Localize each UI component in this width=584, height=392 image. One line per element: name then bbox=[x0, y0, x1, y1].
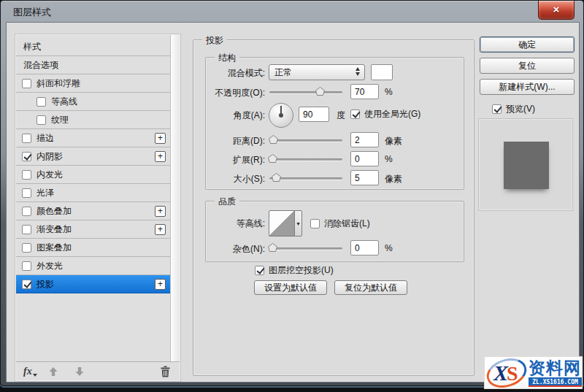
panel-title: 投影 bbox=[202, 34, 227, 47]
color-overlay-checkbox[interactable] bbox=[22, 207, 31, 216]
preview-checkbox[interactable] bbox=[492, 104, 502, 114]
gradient-overlay-add-button[interactable]: + bbox=[155, 224, 166, 235]
inner-shadow-checkbox[interactable] bbox=[22, 152, 31, 161]
spread-slider[interactable] bbox=[269, 151, 342, 167]
distance-slider-track[interactable] bbox=[269, 139, 342, 142]
blend-mode-select[interactable]: 正常 bbox=[269, 64, 365, 80]
sidebar-item-inner-glow[interactable]: 内发光 bbox=[16, 166, 170, 184]
watermark-site-url: ZL.XS1616.COM bbox=[529, 377, 582, 387]
contour-picker[interactable]: ▾ bbox=[269, 210, 302, 237]
texture-checkbox[interactable] bbox=[36, 115, 46, 125]
size-slider[interactable] bbox=[269, 170, 342, 186]
ok-button[interactable]: 确定 bbox=[480, 36, 575, 53]
sidebar-item-bevel-emboss[interactable]: 斜面和浮雕 bbox=[16, 74, 170, 93]
angle-input[interactable] bbox=[299, 107, 329, 122]
dialog-title: 图层样式 bbox=[13, 6, 51, 19]
sidebar-item-stroke[interactable]: 描边 + bbox=[16, 129, 170, 147]
inner-glow-checkbox[interactable] bbox=[22, 170, 31, 180]
delete-effect-icon[interactable] bbox=[160, 366, 171, 377]
noise-row: 杂色(N): % bbox=[206, 240, 464, 258]
size-slider-thumb[interactable] bbox=[272, 173, 281, 182]
knockout-row: 图层挖空投影(U) bbox=[255, 264, 334, 277]
move-effect-down-icon[interactable] bbox=[74, 366, 85, 377]
noise-slider-track[interactable] bbox=[269, 247, 342, 250]
structure-group: 结构 混合模式: 正常 不透明度(O): % bbox=[205, 57, 464, 190]
sidebar-scrollbar[interactable] bbox=[170, 35, 180, 361]
distance-input[interactable] bbox=[350, 132, 379, 147]
size-input[interactable] bbox=[350, 170, 379, 185]
color-overlay-add-button[interactable]: + bbox=[155, 206, 166, 217]
watermark-site-name: 资料网 bbox=[529, 357, 581, 380]
sidebar-item-styles[interactable]: 样式 bbox=[16, 38, 170, 56]
opacity-input[interactable] bbox=[350, 84, 379, 99]
spread-input[interactable] bbox=[350, 151, 379, 166]
style-list: 样式 混合选项 斜面和浮雕 等高线 纹理 bbox=[16, 35, 170, 361]
pattern-overlay-checkbox[interactable] bbox=[22, 243, 31, 253]
sidebar-item-satin[interactable]: 光泽 bbox=[16, 184, 170, 202]
sidebar-item-gradient-overlay[interactable]: 渐变叠加 + bbox=[16, 220, 170, 239]
angle-dial[interactable] bbox=[269, 103, 293, 128]
close-button[interactable]: × bbox=[538, 1, 575, 20]
spread-slider-track[interactable] bbox=[269, 158, 342, 161]
contour-dropdown-arrow[interactable]: ▾ bbox=[294, 210, 302, 237]
sidebar-item-contour[interactable]: 等高线 bbox=[16, 93, 170, 111]
shadow-color-swatch[interactable] bbox=[371, 64, 393, 80]
contour-row: 等高线: ▾ 消除锯齿(L) bbox=[206, 210, 464, 237]
title-bar[interactable]: 图层样式 × bbox=[1, 1, 583, 22]
bevel-emboss-checkbox[interactable] bbox=[22, 79, 31, 88]
outer-glow-checkbox[interactable] bbox=[22, 261, 31, 271]
noise-slider[interactable] bbox=[269, 240, 342, 256]
sidebar-item-drop-shadow[interactable]: 投影 + bbox=[16, 275, 170, 293]
stroke-add-button[interactable]: + bbox=[155, 133, 166, 144]
make-default-button[interactable]: 设置为默认值 bbox=[254, 280, 327, 295]
use-global-light-checkbox[interactable] bbox=[350, 109, 360, 119]
satin-checkbox[interactable] bbox=[22, 188, 31, 198]
blend-mode-row: 混合模式: 正常 bbox=[206, 64, 464, 82]
sidebar-item-texture[interactable]: 纹理 bbox=[16, 111, 170, 129]
distance-slider[interactable] bbox=[269, 132, 342, 148]
noise-input[interactable] bbox=[350, 240, 379, 255]
fx-menu-button[interactable]: fx bbox=[23, 366, 32, 377]
antialias-checkbox[interactable] bbox=[310, 219, 320, 228]
move-effect-up-icon[interactable] bbox=[48, 366, 58, 377]
noise-slider-thumb[interactable] bbox=[268, 243, 277, 252]
stroke-checkbox[interactable] bbox=[22, 134, 31, 143]
preview-panel bbox=[478, 118, 573, 211]
reset-button[interactable]: 复位 bbox=[480, 58, 575, 74]
quality-group: 品质 等高线: ▾ 消除锯齿(L) 杂色(N): bbox=[205, 201, 464, 262]
contour-checkbox[interactable] bbox=[36, 97, 46, 107]
sidebar-item-color-overlay[interactable]: 颜色叠加 + bbox=[16, 202, 170, 220]
distance-row: 距离(D): 像素 bbox=[206, 132, 464, 150]
opacity-slider-track[interactable] bbox=[269, 91, 342, 93]
sidebar-item-inner-shadow[interactable]: 内阴影 + bbox=[16, 147, 170, 166]
inner-shadow-add-button[interactable]: + bbox=[155, 151, 166, 162]
antialias-row: 消除锯齿(L) bbox=[310, 218, 370, 230]
opacity-slider[interactable] bbox=[269, 84, 342, 100]
angle-row: 角度(A): 度 使用全局光(G) bbox=[206, 101, 464, 129]
drop-shadow-checkbox[interactable] bbox=[22, 280, 31, 289]
layer-style-dialog: 图层样式 × 样式 混合选项 斜面和浮雕 等高线 bbox=[0, 0, 584, 386]
size-row: 大小(S): 像素 bbox=[206, 170, 464, 188]
dropdown-updown-icon bbox=[356, 67, 360, 76]
layer-knockout-checkbox[interactable] bbox=[255, 266, 264, 275]
opacity-row: 不透明度(O): % bbox=[206, 84, 464, 101]
opacity-slider-thumb[interactable] bbox=[315, 87, 325, 96]
spread-slider-thumb[interactable] bbox=[268, 154, 277, 163]
sidebar-item-blending-options[interactable]: 混合选项 bbox=[16, 56, 170, 74]
gradient-overlay-checkbox[interactable] bbox=[22, 225, 31, 234]
reset-default-button[interactable]: 复位为默认值 bbox=[334, 280, 407, 295]
sidebar-item-outer-glow[interactable]: 外发光 bbox=[16, 257, 170, 275]
drop-shadow-add-button[interactable]: + bbox=[155, 279, 166, 290]
new-style-button[interactable]: 新建样式(W)... bbox=[480, 79, 575, 95]
sidebar-item-pattern-overlay[interactable]: 图案叠加 bbox=[16, 239, 170, 257]
watermark: X S 资料网 ZL.XS1616.COM bbox=[484, 356, 583, 389]
global-light-row: 使用全局光(G) bbox=[350, 108, 420, 120]
preview-toggle-row: 预览(V) bbox=[480, 103, 535, 115]
watermark-logo-icon: X S bbox=[486, 359, 527, 387]
style-list-panel: 样式 混合选项 斜面和浮雕 等高线 纹理 bbox=[15, 34, 181, 382]
preview-thumbnail bbox=[504, 142, 549, 189]
sidebar-footer-toolbar: fx bbox=[16, 361, 180, 380]
dialog-body: 样式 混合选项 斜面和浮雕 等高线 纹理 bbox=[6, 22, 580, 383]
spread-row: 扩展(R): % bbox=[206, 151, 464, 169]
distance-slider-thumb[interactable] bbox=[269, 135, 278, 144]
